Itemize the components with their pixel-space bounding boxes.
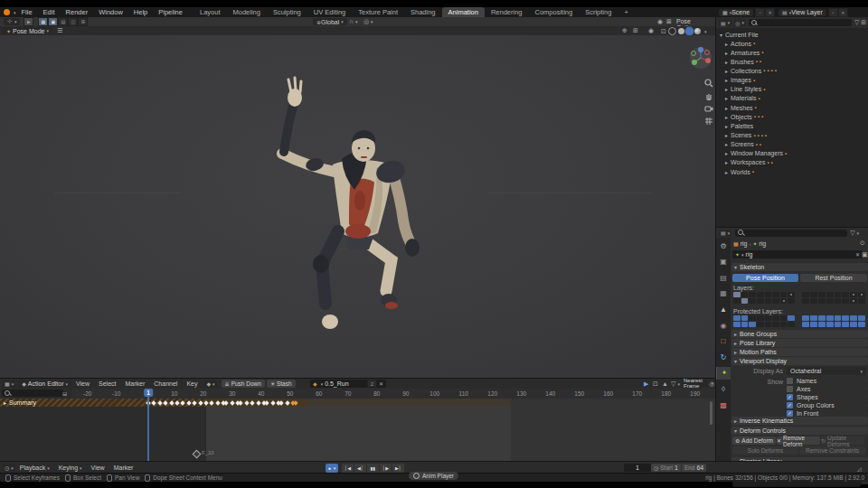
protected-layer-toggle[interactable] [858,322,865,327]
remove-constraints-button[interactable]: Remove Constraints [799,446,865,455]
protected-layer-toggle[interactable] [757,322,764,327]
toggle-icon-3[interactable]: ▤ [58,17,68,26]
new-scene-button[interactable]: ▫ [755,8,765,17]
channel-filter-toggle-icon[interactable]: ⊟ [62,390,67,397]
outliner-item-armatures[interactable]: ▸Armatures▪ [725,48,763,57]
end-frame-field[interactable]: End64 [681,464,706,472]
layer-toggle[interactable] [802,292,809,297]
proportional-icon[interactable]: ◎ [709,380,714,388]
navigation-gizmo[interactable] [689,46,712,70]
toggle-icon-5[interactable]: ⊞ [78,17,88,26]
layer-toggle[interactable] [810,298,817,304]
layer-toggle[interactable] [835,298,842,304]
auto-keying-button[interactable]: ●▾ [326,464,338,473]
outliner-item-materials[interactable]: ▸Materials▪ [725,94,760,103]
checkbox-axes[interactable] [787,386,793,392]
unlink-action-icon[interactable]: ✕ [379,380,383,387]
menu-edit[interactable]: Edit [38,8,61,16]
show-hidden-icon[interactable]: ⊡ [653,380,658,388]
xray-icon[interactable]: ⊡ [661,28,666,35]
timeline-menu-keying[interactable]: Keying▾ [54,465,87,471]
workspace-tab-uv-editing[interactable]: UV Editing [307,7,352,17]
layer-toggle[interactable] [733,298,741,304]
protected-layer-toggle[interactable] [733,322,741,327]
panel-inverse-kinematics[interactable]: ▸Inverse Kinematics [731,417,868,425]
toggle-icon-2[interactable]: ▣ [48,17,58,26]
properties-tab-object-data[interactable]: ✦ [716,367,731,380]
outliner-item-scenes[interactable]: ▸Scenes▪▪▪▪ [725,131,767,140]
protected-layer-toggle[interactable] [802,322,809,327]
delete-scene-button[interactable]: ✕ [765,8,775,17]
protected-layer-toggle[interactable] [749,315,756,321]
transform-orientation-dropdown[interactable]: ⊕ Global▾ [313,18,347,25]
armature-name-field[interactable]: ✦▾ rig ✕ [732,250,863,258]
checkbox-shapes[interactable]: ✓ [787,394,793,400]
animate-dot-icon[interactable]: · [864,402,866,408]
previous-keyframe-button[interactable]: ◀│ [354,464,367,473]
layer-toggle[interactable] [818,298,826,304]
breadcrumb-data[interactable]: rig [759,240,766,247]
unlink-icon[interactable]: ✕ [855,251,860,258]
protected-layer-toggle[interactable] [765,315,772,321]
layer-toggle[interactable] [733,292,741,297]
pan-hand-icon[interactable] [704,91,713,100]
panel-skeleton[interactable]: ▾Skeleton [731,263,868,271]
protected-layer-toggle[interactable] [741,315,749,321]
breadcrumb-object[interactable]: rig [741,240,748,247]
workspace-tab-rendering[interactable]: Rendering [485,7,529,17]
active-tool-dropdown[interactable]: ⊹▾ [4,18,20,25]
layer-toggle[interactable] [749,292,756,297]
expand-icon[interactable]: ▸ [4,399,6,406]
menu-window[interactable]: Window [93,8,128,16]
protected-layer-toggle[interactable] [818,315,826,321]
material-shading-icon[interactable] [686,28,693,34]
properties-filter-icon[interactable]: ▽▾ [850,230,859,237]
outliner-item-meshes[interactable]: ▸Meshes▪ [725,103,757,112]
layer-toggle[interactable] [850,298,857,304]
layer-toggle[interactable] [835,292,842,297]
rest-position-button[interactable]: Rest Position [800,274,867,282]
protected-layer-toggle[interactable] [842,322,849,327]
dope-sheet-mode-dropdown[interactable]: ◆Action Editor▾ [18,380,71,388]
toggle-icon-1[interactable]: ▦ [38,17,48,26]
layer-toggle[interactable] [826,298,834,304]
timeline-menu-playback[interactable]: Playback▾ [15,465,54,471]
checkbox-in-front[interactable]: ✓ [787,410,793,417]
action-users-badge[interactable]: 2 [367,380,377,388]
protected-layer-toggle[interactable] [772,315,779,321]
layer-toggle[interactable] [757,298,764,304]
outliner-item-workspaces[interactable]: ▸Workspaces▪▪ [725,158,773,167]
current-frame-badge[interactable]: 1 [144,389,153,397]
outliner-item-window-managers[interactable]: ▸Window Managers▪ [725,149,787,158]
outliner-item-collections[interactable]: ▸Collections▪▪▪▪ [725,66,777,75]
panel-bone-groups[interactable]: ▸Bone Groups [731,330,868,338]
channel-search-input[interactable] [2,389,63,397]
remove-view-layer-button[interactable]: ✕ [838,8,848,17]
outliner-item-objects[interactable]: ▸Objects▪▪▪ [725,112,763,121]
action-name-field[interactable]: ◆▾ 0.5_Run 2 ✕ [310,380,386,388]
layer-toggle[interactable] [780,292,788,297]
layer-toggle[interactable] [818,292,826,297]
protected-layer-toggle[interactable] [835,322,842,327]
timeline-menu-marker[interactable]: Marker [109,465,138,471]
outliner-item-brushes[interactable]: ▸Brushes▪▪ [725,57,761,66]
workspace-tab-sculpting[interactable]: Sculpting [267,7,307,17]
protected-layer-toggle[interactable] [780,315,788,321]
workspace-tab-texture-paint[interactable]: Texture Paint [352,7,404,17]
toggle-grid-icon[interactable] [704,117,713,126]
only-errors-icon[interactable]: ▲ [662,380,668,387]
view-layer-selector[interactable]: ▤▾ View Layer [778,9,826,16]
outliner-display-mode-dropdown[interactable]: ▤▾ [719,19,731,26]
menu-render[interactable]: Render [61,8,94,16]
pin-id-icon[interactable]: ⊙ [860,239,865,247]
checkbox-group-colors[interactable]: ✓ [787,402,793,408]
gizmo-toggle-icon[interactable]: ⊕ [622,27,627,34]
layer-toggle[interactable] [772,292,779,297]
workspace-tab-+[interactable]: + [618,7,634,17]
workspace-tab-shading[interactable]: Shading [404,7,442,17]
layer-toggle[interactable] [826,292,834,297]
properties-tab-scene[interactable]: ▲ [716,303,731,315]
hamburger-menu-icon[interactable]: ☰ [57,27,62,34]
panel-motion-paths[interactable]: ▸Motion Paths [731,348,868,356]
protected-layer-toggle[interactable] [802,315,809,321]
